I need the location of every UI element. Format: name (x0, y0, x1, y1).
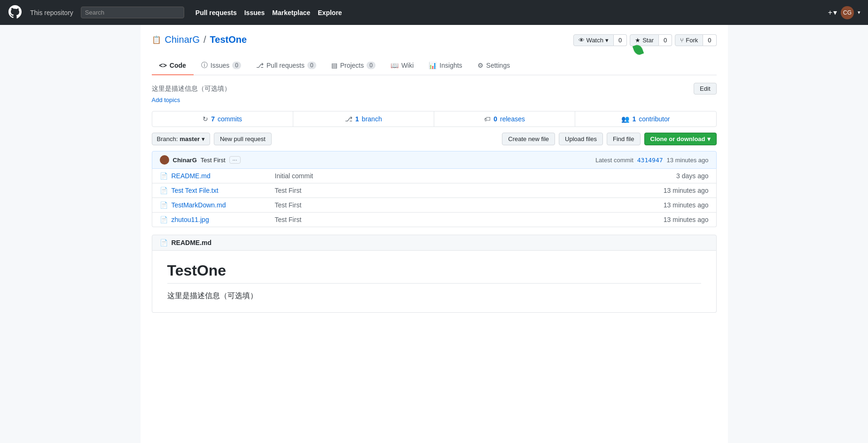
watch-group: 👁 Watch ▾ 0 (573, 34, 627, 46)
nav-marketplace[interactable]: Marketplace (272, 9, 310, 16)
edit-description-button[interactable]: Edit (694, 83, 716, 95)
file-name-zhutou[interactable]: zhutou11.jpg (172, 216, 275, 223)
branches-label: branch (362, 115, 382, 123)
branches-icon: ⎇ (345, 115, 352, 123)
clone-or-download-button[interactable]: Clone or download ▾ (644, 133, 717, 145)
new-pull-request-button[interactable]: New pull request (214, 133, 272, 145)
fork-icon: ⑂ (680, 37, 684, 44)
create-new-file-button[interactable]: Create new file (502, 133, 555, 145)
github-logo[interactable] (8, 4, 23, 21)
nav-pull-requests[interactable]: Pull requests (195, 9, 237, 16)
issues-badge: 0 (232, 62, 241, 69)
tab-insights-label: Insights (439, 62, 462, 69)
contributors-stat[interactable]: 👥 1 contributor (575, 111, 716, 127)
contributors-count: 1 (632, 115, 636, 123)
fork-button[interactable]: ⑂ Fork (675, 34, 703, 46)
commits-icon: ↻ (203, 115, 208, 123)
watch-count: 0 (614, 34, 627, 46)
fork-group: ⑂ Fork 0 (675, 34, 716, 46)
branch-caret-icon: ▾ (202, 135, 205, 142)
file-msg-testtext: Test First (275, 187, 652, 194)
contributors-label: contributor (639, 115, 670, 123)
repo-description-section: 这里是描述信息（可选填） Edit (152, 83, 717, 95)
new-item-button[interactable]: + ▾ (828, 8, 837, 17)
commit-author[interactable]: ChinarG (173, 157, 197, 164)
stats-bar: ↻ 7 commits ⎇ 1 branch 🏷 0 releases 👥 1 … (152, 111, 717, 127)
star-label: Star (642, 37, 654, 44)
commit-avatar (160, 155, 169, 165)
file-time-testtext: 13 minutes ago (652, 187, 709, 194)
file-msg-zhutou: Test First (275, 216, 652, 223)
wiki-icon: 📖 (391, 62, 399, 69)
repo-tabs: <> Code ⓘ Issues 0 ⎇ Pull requests 0 ▤ P… (152, 56, 717, 75)
star-icon: ★ (635, 37, 641, 44)
branches-stat[interactable]: ⎇ 1 branch (293, 111, 434, 127)
repo-description-text: 这里是描述信息（可选填） (152, 85, 231, 93)
watch-button[interactable]: 👁 Watch ▾ (573, 34, 614, 46)
releases-stat[interactable]: 🏷 0 releases (434, 111, 575, 127)
file-controls-right: Create new file Upload files Find file C… (502, 133, 716, 145)
readme-description: 这里是描述信息（可选填） (167, 291, 701, 301)
find-file-button[interactable]: Find file (607, 133, 641, 145)
tab-insights[interactable]: 📊 Insights (421, 56, 469, 75)
avatar-image: CG (843, 9, 852, 16)
readme-body: TestOne 这里是描述信息（可选填） (152, 251, 717, 313)
commits-count: 7 (211, 115, 215, 123)
commit-sha[interactable]: 4314947 (637, 157, 663, 164)
star-count: 0 (659, 34, 672, 46)
file-icon: 📄 (160, 172, 168, 180)
insights-icon: 📊 (429, 62, 437, 69)
readme-header: 📄 README.md (152, 235, 717, 251)
file-name-testmarkdown[interactable]: TestMarkDown.md (172, 201, 275, 209)
readme-header-label: README.md (172, 239, 212, 246)
commit-ellipsis-button[interactable]: ··· (229, 156, 241, 164)
watch-label: Watch (586, 37, 603, 44)
dropdown-caret-icon: ▾ (833, 8, 837, 17)
tab-projects-label: Projects (340, 62, 364, 69)
eye-icon: 👁 (579, 37, 585, 44)
table-row: 📄 Test Text File.txt Test First 13 minut… (152, 183, 716, 198)
file-msg-readme: Initial commit (275, 172, 652, 180)
repo-book-icon: 📋 (152, 35, 161, 44)
star-button[interactable]: ★ Star (630, 34, 659, 46)
repo-owner-link[interactable]: ChinarG (165, 34, 200, 45)
tab-pr-label: Pull requests (266, 62, 305, 69)
file-table: 📄 README.md Initial commit 3 days ago 📄 … (152, 169, 717, 227)
commits-stat[interactable]: ↻ 7 commits (152, 111, 293, 127)
file-time-testmarkdown: 13 minutes ago (652, 201, 709, 209)
nav-issues[interactable]: Issues (244, 9, 265, 16)
search-input[interactable] (81, 7, 184, 18)
tab-issues[interactable]: ⓘ Issues 0 (194, 56, 249, 75)
fork-count: 0 (703, 34, 716, 46)
nav-explore[interactable]: Explore (318, 9, 342, 16)
tab-wiki[interactable]: 📖 Wiki (383, 56, 421, 75)
tab-issues-label: Issues (211, 62, 229, 69)
top-navigation: This repository Pull requests Issues Mar… (0, 0, 868, 25)
repo-separator: / (203, 34, 206, 45)
avatar[interactable]: CG (841, 6, 854, 19)
file-icon: 📄 (160, 216, 168, 223)
releases-count: 0 (493, 115, 497, 123)
commit-time: 13 minutes ago (667, 157, 709, 164)
table-row: 📄 README.md Initial commit 3 days ago (152, 169, 716, 183)
fork-label: Fork (686, 37, 698, 44)
tab-settings-label: Settings (486, 62, 510, 69)
latest-commit-label: Latest commit (595, 157, 633, 164)
add-topics-link[interactable]: Add topics (152, 96, 717, 103)
tab-code[interactable]: <> Code (152, 56, 194, 75)
branch-selector[interactable]: Branch: master ▾ (152, 133, 210, 145)
tab-projects[interactable]: ▤ Projects 0 (324, 56, 383, 75)
projects-icon: ▤ (331, 62, 337, 69)
upload-files-button[interactable]: Upload files (559, 133, 603, 145)
nav-links: Pull requests Issues Marketplace Explore (195, 9, 342, 16)
commit-message: Test First (201, 157, 226, 164)
readme-section: 📄 README.md TestOne 这里是描述信息（可选填） (152, 235, 717, 313)
pr-badge: 0 (307, 62, 316, 69)
file-name-readme[interactable]: README.md (172, 172, 275, 180)
repo-name-link[interactable]: TestOne (210, 34, 247, 45)
watch-caret-icon: ▾ (605, 37, 609, 44)
main-content: 👁 Watch ▾ 0 ★ Star 0 ⑂ Fork (141, 25, 728, 443)
tab-settings[interactable]: ⚙ Settings (470, 56, 518, 75)
file-name-testtext[interactable]: Test Text File.txt (172, 187, 275, 194)
tab-pull-requests[interactable]: ⎇ Pull requests 0 (249, 56, 324, 75)
